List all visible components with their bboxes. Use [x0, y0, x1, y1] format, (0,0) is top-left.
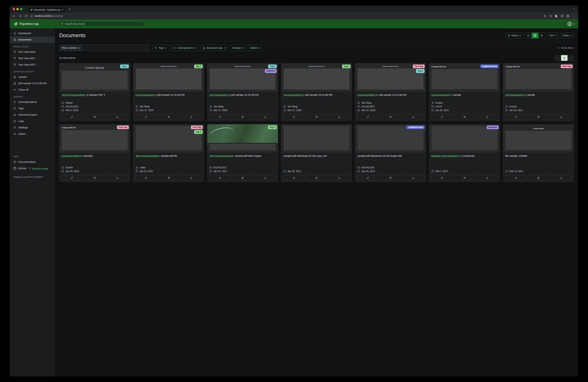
- correspondent-link[interactable]: Test Correspondent: [210, 154, 233, 157]
- app-header: Paperless-ngx: [10, 19, 294, 28]
- new-tab-button[interactable]: [68, 8, 71, 10]
- view-button[interactable]: [158, 175, 179, 180]
- thumbnail-text-lines: [136, 69, 202, 89]
- document-thumbnail[interactable]: Adobe Acrobat PDF Files Tag 2NewOne: [207, 63, 278, 92]
- download-button[interactable]: [181, 175, 202, 180]
- thumbnail-page: Lorem Ipsum: [59, 63, 130, 91]
- document-type-value: Report: [65, 101, 73, 104]
- sidebar-item-dashboard[interactable]: Dashboard: [10, 30, 55, 37]
- sidebar-item-admin[interactable]: Admin: [10, 131, 55, 137]
- caret-down-icon: [165, 48, 167, 49]
- correspondent-filter-button[interactable]: Correspondent: [171, 45, 198, 51]
- edit-button[interactable]: [61, 175, 83, 180]
- address-bar[interactable]: localhost:4200/documents: [30, 15, 294, 17]
- sidebar-item-tags[interactable]: Tags: [10, 105, 55, 112]
- document-meta: Report #112412321 Feb 3, 2020: [62, 100, 128, 112]
- sidebar-item-documents[interactable]: Documents: [10, 37, 55, 43]
- tag-badge[interactable]: NewOne: [265, 69, 277, 73]
- document-thumbnail[interactable]: Adobe Acrobat PDF Files Tag 3: [281, 63, 294, 92]
- document-title: Test Correspondent: sample-pdf-with-imag…: [210, 154, 276, 158]
- title-content-input[interactable]: [82, 45, 150, 51]
- forward-icon[interactable]: [19, 15, 21, 18]
- correspondent-link[interactable]: Correspondent 2: [135, 93, 156, 96]
- edit-button[interactable]: [209, 175, 231, 180]
- app-brand[interactable]: Paperless-ngx: [13, 22, 39, 26]
- edit-button[interactable]: [135, 114, 157, 119]
- sidebar-item-label: Documents: [18, 38, 31, 41]
- filter-bar: Title & content Tags Correspondent: [59, 45, 294, 51]
- download-button[interactable]: [254, 175, 276, 180]
- document-thumbnail[interactable]: A Simple PDF File Test Tag: [59, 124, 130, 153]
- sidebar-item-saved-view-not[interactable]: Test View NOT: [10, 61, 55, 68]
- sidebar-item-logs[interactable]: Logs: [10, 118, 55, 124]
- download-button[interactable]: [181, 114, 202, 119]
- title-content-label: Title & content: [62, 46, 77, 49]
- edit-button[interactable]: [283, 175, 294, 180]
- sidebar-item-close-all[interactable]: Close all: [10, 86, 55, 93]
- search-input[interactable]: [65, 22, 142, 25]
- minimize-window-button[interactable]: [17, 8, 19, 10]
- view-button[interactable]: [84, 175, 105, 180]
- reload-icon[interactable]: [24, 15, 27, 18]
- site-info-icon[interactable]: [30, 15, 33, 17]
- view-button[interactable]: [232, 114, 253, 119]
- tag-badge[interactable]: Tag 3: [194, 64, 203, 68]
- zoom-window-button[interactable]: [20, 8, 22, 10]
- document-title-text: : A Sample PDF 2: [85, 93, 105, 96]
- back-icon[interactable]: [13, 15, 16, 18]
- view-button[interactable]: [158, 114, 179, 119]
- document-card: Adobe Acrobat PDF Files Tag 3 Correspond…: [281, 63, 294, 121]
- correspondent-link[interactable]: Test Correspondent: [135, 154, 159, 157]
- tag-badge[interactable]: Test Tag: [191, 125, 203, 129]
- correspondent-link[interactable]: Correspondent 2: [210, 93, 230, 96]
- tag-badge[interactable]: Tag 2: [268, 64, 277, 68]
- pencil-icon: [219, 177, 221, 179]
- sidebar-item-open-document-pdf-sample[interactable]: pdf-sample 10.24.48 PM: [10, 80, 55, 86]
- download-button[interactable]: [106, 175, 128, 180]
- correspondent-link[interactable]: Correspondent 2: [62, 154, 82, 157]
- view-button[interactable]: [232, 175, 253, 180]
- people-icon: [13, 133, 16, 135]
- browser-tab[interactable]: Documents - Paperless-ngx: [28, 7, 66, 13]
- added-filter-button[interactable]: Added: [248, 45, 262, 51]
- sidebar-item-saved-view-any[interactable]: Test View ANY: [10, 55, 55, 61]
- document-thumbnail[interactable]: Adobe Acrobat PDF Files Tag 3: [133, 63, 204, 92]
- tab-favicon-icon: [30, 9, 33, 11]
- tab-close-icon[interactable]: [62, 9, 64, 11]
- edit-button[interactable]: [209, 114, 231, 119]
- sidebar-item-documentation[interactable]: Documentation: [10, 159, 55, 165]
- browser-toolbar: localhost:4200/documents: [10, 13, 294, 19]
- created-filter-button[interactable]: Created: [230, 45, 246, 51]
- sidebar-item-document-types[interactable]: Document types: [10, 112, 55, 118]
- calendar-icon: [283, 170, 286, 173]
- edit-button[interactable]: [135, 175, 157, 180]
- document-type-filter-button[interactable]: Document type: [201, 45, 228, 51]
- created-date-value: Jan 26, 2021: [287, 170, 294, 173]
- edit-button[interactable]: [61, 114, 83, 119]
- title-content-dropdown[interactable]: Title & content: [59, 45, 82, 51]
- tag-badge[interactable]: Tag 3: [194, 130, 203, 134]
- document-thumbnail[interactable]: Lorem Ipsum Tag 2: [59, 63, 130, 92]
- view-button[interactable]: [84, 114, 105, 119]
- sidebar-item-settings[interactable]: Settings: [10, 124, 55, 131]
- sidebar-item-correspondents[interactable]: Correspondents: [10, 99, 55, 105]
- download-button[interactable]: [254, 114, 276, 119]
- edit-button[interactable]: [283, 114, 294, 119]
- document-thumbnail[interactable]: [281, 124, 294, 153]
- tags-filter-button[interactable]: Tags: [153, 45, 168, 51]
- close-window-button[interactable]: [13, 8, 15, 10]
- suggest-idea-link[interactable]: Suggest an idea: [28, 167, 48, 170]
- download-button[interactable]: [106, 114, 128, 119]
- document-thumbnail[interactable]: Test TagTag 3: [133, 124, 204, 153]
- sidebar-item-open-document-sample[interactable]: sample: [10, 74, 55, 80]
- saved-views-heading: SAVED VIEWS: [13, 45, 51, 48]
- tag-badge[interactable]: Test Tag: [117, 125, 129, 129]
- sidebar-item-github[interactable]: GitHub Suggest an idea: [10, 165, 55, 172]
- tag-badge[interactable]: Tag 3: [268, 125, 277, 129]
- document-thumbnail[interactable]: Tag 3: [207, 124, 278, 153]
- tag-badge[interactable]: Tag 2: [120, 64, 129, 68]
- sidebar-item-saved-view-and[interactable]: Test View AND: [10, 49, 55, 55]
- correspondent-link[interactable]: Test Correspondent: [62, 93, 85, 96]
- asn-value: #112412322: [213, 166, 226, 169]
- correspondent-link[interactable]: Correspondent 2: [283, 93, 294, 96]
